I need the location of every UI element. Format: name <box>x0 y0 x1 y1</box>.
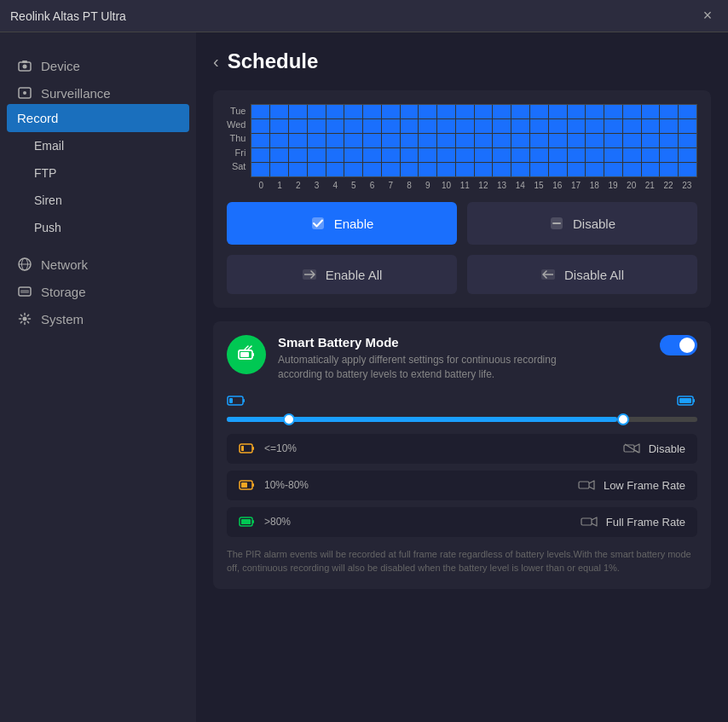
grid-cell[interactable] <box>308 119 326 133</box>
sidebar-item-network[interactable]: Network <box>0 248 196 275</box>
close-button[interactable]: × <box>697 6 718 26</box>
grid-cell[interactable] <box>251 105 269 118</box>
grid-cell[interactable] <box>530 105 548 118</box>
grid-cell[interactable] <box>382 163 400 176</box>
grid-cell[interactable] <box>344 148 362 162</box>
grid-cell[interactable] <box>401 134 419 147</box>
grid-cell[interactable] <box>623 134 641 147</box>
grid-cell[interactable] <box>549 105 567 118</box>
sidebar-item-storage[interactable]: Storage <box>0 275 196 303</box>
grid-cell[interactable] <box>363 119 381 133</box>
grid-cell[interactable] <box>401 148 419 162</box>
grid-cell[interactable] <box>456 163 474 176</box>
grid-cell[interactable] <box>604 148 622 162</box>
grid-cell[interactable] <box>437 105 455 118</box>
grid-cell[interactable] <box>679 163 696 176</box>
grid-cell[interactable] <box>549 119 567 133</box>
grid-cell[interactable] <box>382 148 400 162</box>
grid-cell[interactable] <box>642 163 660 176</box>
grid-cell[interactable] <box>511 105 529 118</box>
grid-cell[interactable] <box>419 119 436 133</box>
grid-cell[interactable] <box>326 119 344 133</box>
sidebar-item-surveillance[interactable]: Surveillance <box>0 77 196 104</box>
sidebar-item-ftp[interactable]: FTP <box>0 159 196 187</box>
grid-cell[interactable] <box>679 105 696 118</box>
grid-cell[interactable] <box>289 148 307 162</box>
grid-cell[interactable] <box>660 119 678 133</box>
grid-cell[interactable] <box>530 148 548 162</box>
grid-cell[interactable] <box>623 163 641 176</box>
grid-cell[interactable] <box>401 163 419 176</box>
grid-cell[interactable] <box>493 105 511 118</box>
grid-cell[interactable] <box>568 119 586 133</box>
sidebar-item-siren[interactable]: Siren <box>0 187 196 214</box>
grid-cell[interactable] <box>251 148 269 162</box>
grid-cell[interactable] <box>382 134 400 147</box>
grid-cell[interactable] <box>660 105 678 118</box>
grid-cell[interactable] <box>475 134 493 147</box>
grid-cell[interactable] <box>642 134 660 147</box>
grid-cell[interactable] <box>586 119 604 133</box>
grid-cell[interactable] <box>511 134 529 147</box>
grid-cell[interactable] <box>382 119 400 133</box>
smart-battery-toggle[interactable] <box>660 335 697 355</box>
grid-cell[interactable] <box>363 148 381 162</box>
sidebar-item-email[interactable]: Email <box>0 132 196 159</box>
grid-cell[interactable] <box>568 134 586 147</box>
grid-cell[interactable] <box>475 105 493 118</box>
grid-cell[interactable] <box>493 163 511 176</box>
grid-cell[interactable] <box>382 105 400 118</box>
grid-cell[interactable] <box>456 105 474 118</box>
grid-cell[interactable] <box>604 134 622 147</box>
grid-cell[interactable] <box>511 148 529 162</box>
grid-cell[interactable] <box>604 119 622 133</box>
grid-cell[interactable] <box>623 105 641 118</box>
grid-cell[interactable] <box>437 134 455 147</box>
enable-all-button[interactable]: Enable All <box>227 255 457 294</box>
grid-cell[interactable] <box>363 134 381 147</box>
grid-cell[interactable] <box>270 119 288 133</box>
grid-cell[interactable] <box>270 163 288 176</box>
grid-cell[interactable] <box>251 134 269 147</box>
grid-cell[interactable] <box>642 105 660 118</box>
grid-cell[interactable] <box>326 134 344 147</box>
grid-cell[interactable] <box>679 119 696 133</box>
grid-cell[interactable] <box>456 119 474 133</box>
grid-cell[interactable] <box>344 163 362 176</box>
grid-cell[interactable] <box>289 163 307 176</box>
slider-thumb-left[interactable] <box>283 413 295 425</box>
grid-cell[interactable] <box>344 105 362 118</box>
grid-cell[interactable] <box>308 105 326 118</box>
grid-cell[interactable] <box>549 134 567 147</box>
sidebar-item-push[interactable]: Push <box>0 214 196 241</box>
grid-cell[interactable] <box>586 134 604 147</box>
grid-cell[interactable] <box>660 148 678 162</box>
grid-cell[interactable] <box>419 163 436 176</box>
grid-cell[interactable] <box>437 148 455 162</box>
grid-cell[interactable] <box>549 163 567 176</box>
sidebar-item-record[interactable]: Record <box>7 104 189 132</box>
grid-cell[interactable] <box>270 105 288 118</box>
grid-cell[interactable] <box>493 148 511 162</box>
grid-cell[interactable] <box>437 163 455 176</box>
grid-cell[interactable] <box>363 105 381 118</box>
grid-cell[interactable] <box>270 148 288 162</box>
grid-cell[interactable] <box>493 119 511 133</box>
grid-cell[interactable] <box>308 134 326 147</box>
grid-cell[interactable] <box>623 148 641 162</box>
grid-cell[interactable] <box>344 134 362 147</box>
grid-cell[interactable] <box>568 105 586 118</box>
grid-cell[interactable] <box>289 134 307 147</box>
grid-cell[interactable] <box>549 148 567 162</box>
grid-cell[interactable] <box>419 148 436 162</box>
grid-cell[interactable] <box>623 119 641 133</box>
grid-cell[interactable] <box>679 134 696 147</box>
grid-cell[interactable] <box>604 163 622 176</box>
sidebar-item-device[interactable]: Device <box>0 49 196 77</box>
grid-cell[interactable] <box>308 163 326 176</box>
grid-cell[interactable] <box>401 105 419 118</box>
enable-button[interactable]: Enable <box>227 202 457 245</box>
grid-cell[interactable] <box>586 163 604 176</box>
grid-cell[interactable] <box>326 163 344 176</box>
grid-cell[interactable] <box>326 148 344 162</box>
